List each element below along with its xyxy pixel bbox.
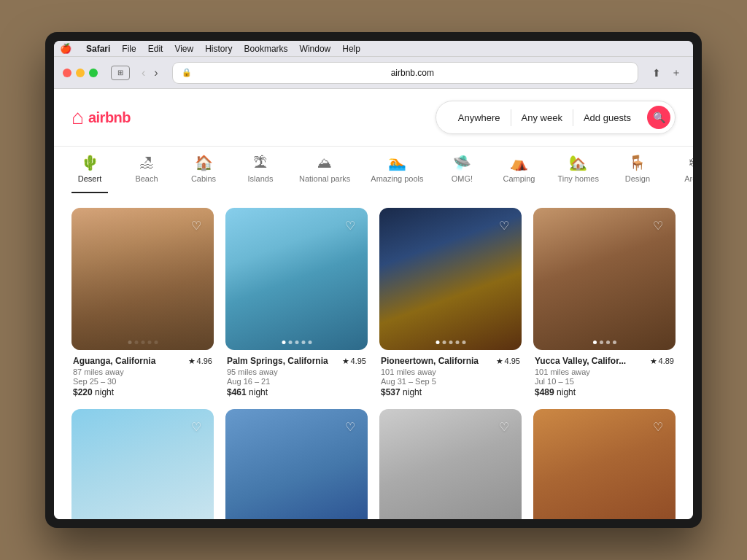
wishlist-button[interactable]: ♡ [648,416,668,437]
logo-text: airbnb [88,109,131,126]
share-icon[interactable]: ⬆ [649,64,664,82]
category-camping[interactable]: ⛺ Camping [500,155,537,193]
listing-location: Palm Springs, California [227,356,328,366]
category-camping-label: Camping [503,174,535,183]
bookmarks-menu[interactable]: Bookmarks [244,44,288,54]
view-menu[interactable]: View [174,44,193,54]
apple-menu[interactable]: 🍎 [60,43,71,54]
listing-image: ♡ [225,409,368,519]
category-amazing-pools[interactable]: 🏊 Amazing pools [371,155,423,193]
category-national-parks-label: National parks [299,174,350,183]
dot [128,341,131,344]
listing-card[interactable]: ♡ Pioneertown, California [379,208,522,397]
listing-location: Aguanga, California [73,356,155,366]
wishlist-button[interactable]: ♡ [186,416,206,437]
category-desert[interactable]: 🌵 Desert [71,155,108,193]
category-omg[interactable]: 🛸 OMG! [444,155,480,193]
category-design[interactable]: 🪑 Design [619,155,656,193]
image-dots [436,341,465,344]
where-pill[interactable]: Anywhere [448,109,511,126]
listing-distance: 87 miles away [73,368,212,376]
listing-rating: ★ 4.96 [188,357,212,366]
help-menu[interactable]: Help [342,44,360,54]
traffic-lights [63,69,98,77]
dot [288,341,292,344]
airbnb-page: ⌂ airbnb Anywhere Any week Add guests 🔍 … [54,89,693,519]
safari-menu[interactable]: Safari [86,44,110,54]
airbnb-logo[interactable]: ⌂ airbnb [71,106,131,129]
listing-price: $489 night [535,387,674,397]
category-cabins-label: Cabins [191,174,216,183]
wishlist-button[interactable]: ♡ [340,416,360,437]
listing-rating: ★ 4.95 [496,357,520,366]
wishlist-button[interactable]: ♡ [648,215,668,236]
guests-pill[interactable]: Add guests [573,109,641,126]
listing-dates: Jul 10 – 15 [535,377,674,386]
category-amazing-pools-label: Amazing pools [371,174,423,183]
edit-menu[interactable]: Edit [148,44,163,54]
beach-icon: 🏖 [139,155,154,170]
dot [462,341,465,344]
window-menu[interactable]: Window [300,44,331,54]
dot [449,341,452,344]
listing-image: ♡ [379,208,522,350]
category-arctic-label: Arctic [684,174,693,183]
search-button[interactable]: 🔍 [647,106,670,129]
tab-overview-button[interactable]: ⊞ [111,66,130,80]
category-arctic[interactable]: ❄ Arctic [676,155,693,193]
listing-card[interactable]: ♡ Yucca Valley, Califor... ★ [533,208,676,397]
back-button[interactable]: ‹ [139,65,148,81]
listing-card[interactable]: ♡ Borrego Springs, CA ★ 4.91 [533,409,676,519]
listing-info: Pioneertown, California ★ 4.95 101 miles… [379,356,522,397]
listing-distance: 95 miles away [227,368,366,376]
dot [147,341,151,344]
islands-icon: 🏝 [253,155,268,170]
listing-dates: Sep 25 – 30 [73,377,212,386]
wishlist-button[interactable]: ♡ [494,416,514,437]
listing-image: ♡ [225,208,368,350]
file-menu[interactable]: File [122,44,136,54]
category-design-label: Design [625,174,650,183]
listing-card[interactable]: ♡ Desert Hot Springs ★ 4.92 [71,409,214,519]
category-tiny-homes[interactable]: 🏡 Tiny homes [557,155,598,193]
dot [613,341,616,344]
national-parks-icon: ⛰ [317,155,332,170]
history-menu[interactable]: History [205,44,232,54]
close-button[interactable] [63,69,71,77]
image-dots [128,341,158,344]
toolbar-right: ⬆ ＋ [649,63,684,82]
category-islands[interactable]: 🏝 Islands [242,155,279,193]
category-cabins[interactable]: 🏠 Cabins [185,155,222,193]
listing-card[interactable]: ♡ Palm Springs, California [225,208,368,397]
design-icon: 🪑 [628,155,646,170]
when-pill[interactable]: Any week [511,109,573,126]
listing-dates: Aug 16 – 21 [227,377,366,386]
forward-button[interactable]: › [151,65,160,81]
address-bar[interactable]: 🔒 airbnb.com [173,63,638,83]
category-desert-label: Desert [78,174,101,183]
url-text: airbnb.com [196,68,629,78]
wishlist-button[interactable]: ♡ [340,215,360,236]
listing-card[interactable]: ♡ Joshua Tree, California ★ 4.88 [225,409,368,519]
dot [141,341,144,344]
category-beach[interactable]: 🏖 Beach [128,155,165,193]
listing-card[interactable]: ♡ Aguanga, California [71,208,214,397]
main-search-bar[interactable]: Anywhere Any week Add guests 🔍 [436,101,676,134]
new-tab-icon[interactable]: ＋ [668,63,684,82]
wishlist-button[interactable]: ♡ [186,215,206,236]
listing-info: Aguanga, California ★ 4.96 87 miles away… [71,356,214,397]
minimize-button[interactable] [76,69,85,77]
listing-price: $537 night [381,387,520,397]
dot [455,341,459,344]
fullscreen-button[interactable] [89,69,98,77]
listing-info: Palm Springs, California ★ 4.95 95 miles… [225,356,368,397]
listing-location: Yucca Valley, Califor... [535,356,626,366]
safari-toolbar: ⊞ ‹ › 🔒 airbnb.com ⬆ ＋ [54,57,693,89]
category-national-parks[interactable]: ⛰ National parks [299,155,350,193]
dot [154,341,158,344]
listing-distance: 101 miles away [535,368,674,376]
listing-dates: Aug 31 – Sep 5 [381,377,520,386]
wishlist-button[interactable]: ♡ [494,215,514,236]
listing-image: ♡ [71,208,214,350]
listing-card[interactable]: ♡ Twentynine Palms ★ 4.94 [379,409,522,519]
